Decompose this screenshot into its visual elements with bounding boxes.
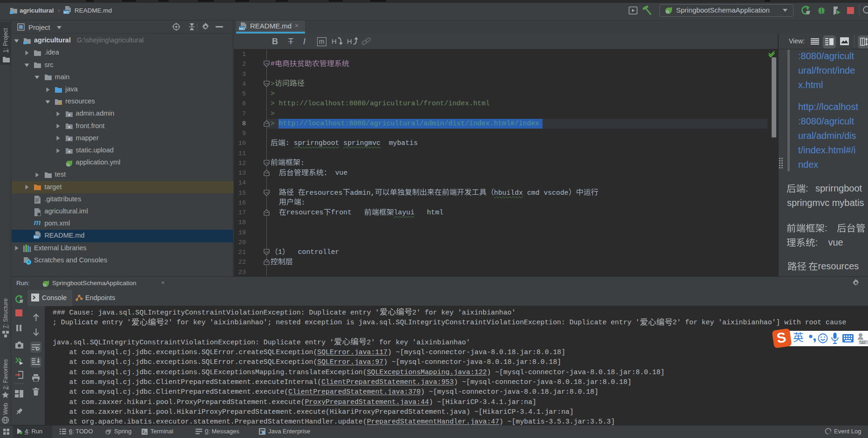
svg-text:MD: MD: [63, 10, 69, 14]
svg-text:MD: MD: [34, 235, 40, 240]
svg-text:MD: MD: [239, 27, 245, 31]
